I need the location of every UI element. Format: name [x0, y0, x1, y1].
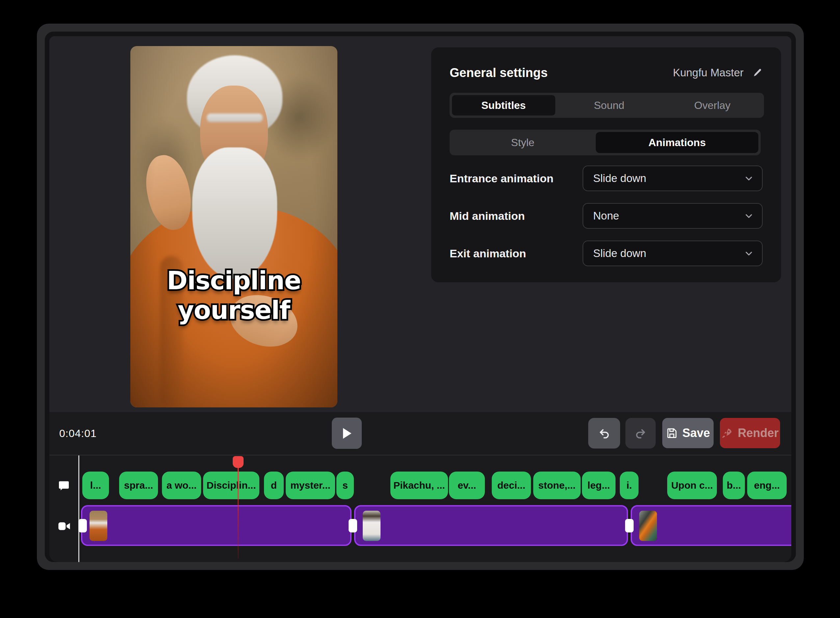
clip-trim-handle[interactable] [78, 519, 87, 532]
app-window: Discipline yourself General settings Kun… [37, 24, 804, 570]
subtitle-segment[interactable]: deci... [492, 472, 531, 499]
chevron-down-icon [743, 248, 754, 258]
panel-header: General settings Kungfu Master [450, 66, 763, 80]
project-name-group[interactable]: Kungfu Master [673, 67, 763, 79]
subtitle-segment[interactable]: l... [82, 472, 109, 499]
panel-title: General settings [450, 66, 548, 80]
video-track-icon [58, 521, 70, 532]
render-label: Render [737, 426, 778, 440]
entrance-animation-value: Slide down [593, 172, 646, 184]
tab-sound[interactable]: Sound [558, 95, 661, 116]
clip-trim-handle[interactable] [625, 519, 633, 532]
redo-icon [634, 427, 647, 440]
render-button[interactable]: Render [720, 418, 780, 448]
play-button[interactable] [332, 417, 362, 449]
save-icon [666, 427, 678, 439]
timeline-start-line [78, 455, 79, 562]
subtitle-segment[interactable]: myster... [286, 472, 335, 499]
mid-animation-value: None [593, 209, 619, 222]
entrance-animation-select[interactable]: Slide down [583, 165, 763, 191]
mid-animation-row: Mid animation None [450, 203, 763, 229]
save-label: Save [682, 426, 710, 440]
subtab-style[interactable]: Style [450, 130, 596, 155]
subtitle-segment[interactable]: spra... [119, 472, 158, 499]
subtitle-segment[interactable]: leg... [582, 472, 616, 499]
settings-tab-bar: Subtitles Sound Overlay [450, 93, 764, 118]
subtitle-track-icon [58, 480, 70, 492]
exit-animation-row: Exit animation Slide down [450, 241, 763, 266]
tab-overlay[interactable]: Overlay [661, 95, 764, 116]
rocket-icon [721, 427, 733, 439]
current-time: 0:04:01 [59, 412, 97, 455]
timeline[interactable]: l...spra...a wo...Disciplin...dmyster...… [49, 455, 791, 562]
video-preview[interactable]: Discipline yourself [130, 46, 337, 407]
exit-animation-value: Slide down [593, 247, 646, 260]
tab-subtitles[interactable]: Subtitles [452, 95, 555, 116]
undo-button[interactable] [588, 418, 620, 449]
subtitle-segment[interactable]: Disciplin... [203, 472, 259, 499]
mid-animation-label: Mid animation [450, 209, 525, 223]
subtitles-subtab-bar: Style Animations [450, 130, 761, 155]
subtitle-line: Discipline [130, 266, 337, 296]
edit-pencil-icon[interactable] [752, 67, 763, 78]
subtitle-segment[interactable]: stone,... [533, 472, 581, 499]
exit-animation-select[interactable]: Slide down [583, 241, 763, 266]
vignette [130, 46, 337, 407]
video-clip[interactable] [354, 505, 628, 546]
project-name: Kungfu Master [673, 67, 743, 79]
redo-button[interactable] [625, 418, 656, 449]
preview-section: Discipline yourself General settings Kun… [49, 36, 791, 412]
exit-animation-label: Exit animation [450, 247, 526, 260]
undo-icon [598, 427, 611, 440]
save-button[interactable]: Save [662, 418, 714, 448]
subtitle-segment[interactable]: ev... [449, 472, 485, 499]
playhead-handle[interactable] [233, 456, 244, 468]
subtab-animations[interactable]: Animations [596, 132, 758, 153]
chevron-down-icon [743, 173, 754, 184]
chevron-down-icon [743, 211, 754, 221]
subtitle-segment[interactable]: eng... [747, 472, 786, 499]
play-icon [341, 427, 352, 440]
subtitle-segment[interactable]: Pikachu, ... [390, 472, 448, 499]
playback-toolbar: 0:04:01 [49, 412, 791, 455]
video-clip[interactable] [81, 505, 352, 546]
subtitle-segment[interactable]: s [336, 472, 354, 499]
subtitle-segment[interactable]: b... [723, 472, 745, 499]
subtitle-segment[interactable]: d [264, 472, 284, 499]
clip-trim-handle[interactable] [349, 519, 357, 532]
entrance-animation-label: Entrance animation [450, 172, 554, 185]
subtitle-overlay[interactable]: Discipline yourself [130, 266, 337, 325]
clip-thumbnail [89, 511, 107, 541]
editor-content: Discipline yourself General settings Kun… [49, 36, 791, 562]
clip-thumbnail [639, 511, 657, 541]
subtitle-segment[interactable]: i. [620, 472, 639, 499]
clip-thumbnail [363, 511, 381, 541]
subtitle-line: yourself [130, 296, 337, 325]
general-settings-panel: General settings Kungfu Master Subtitles… [431, 48, 781, 282]
subtitle-segment[interactable]: a wo... [162, 472, 201, 499]
subtitle-segment[interactable]: Upon c... [667, 472, 717, 499]
playhead-line [238, 468, 239, 559]
mid-animation-select[interactable]: None [583, 203, 763, 229]
window-inner-frame: Discipline yourself General settings Kun… [45, 31, 796, 562]
entrance-animation-row: Entrance animation Slide down [450, 165, 763, 191]
